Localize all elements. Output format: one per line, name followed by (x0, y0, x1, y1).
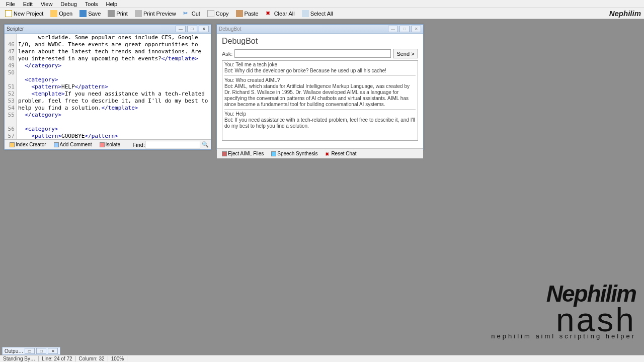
reset-icon: ✖ (325, 151, 330, 156)
search-icon[interactable]: 🔍 (202, 141, 209, 148)
menu-tools[interactable]: Tools (81, 1, 102, 7)
scripter-panel: Scripter — □ ✕ 4647484950 5152535455 565… (4, 24, 211, 150)
code-editor[interactable]: 4647484950 5152535455 5657 worldwide. So… (5, 34, 211, 139)
code-content[interactable]: worldwide. Some popular ones include CES… (17, 34, 211, 139)
copy-button[interactable]: Copy (204, 9, 232, 18)
output-panel-tab[interactable]: Outpu… ▭ □ ✕ (2, 347, 60, 355)
status-zoom: 100% (108, 356, 128, 361)
isolate-icon (100, 142, 105, 147)
debugbot-footer: Eject AIML Files Speech Synthesis ✖Reset… (217, 148, 423, 158)
workspace: Scripter — □ ✕ 4647484950 5152535455 565… (0, 20, 644, 355)
clear-icon: ✖ (266, 10, 273, 17)
close-icon[interactable]: ✕ (48, 348, 58, 354)
debugbot-tab-title: DebugBot (219, 26, 386, 32)
add-comment-button[interactable]: Add Comment (51, 141, 95, 148)
clear-all-button[interactable]: ✖Clear All (263, 9, 298, 18)
paste-button[interactable]: Paste (233, 9, 262, 18)
menu-help[interactable]: Help (102, 1, 121, 7)
minimize-button[interactable]: — (388, 26, 398, 32)
scripter-title: Scripter (7, 26, 174, 32)
close-button[interactable]: ✕ (411, 26, 421, 32)
index-icon (10, 142, 15, 147)
scripter-footer: Index Creator Add Comment Isolate Find: … (5, 139, 211, 149)
debugbot-heading: DebugBot (222, 37, 418, 46)
scripter-titlebar[interactable]: Scripter — □ ✕ (5, 25, 211, 34)
isolate-button[interactable]: Isolate (97, 141, 123, 148)
cut-icon: ✂ (183, 10, 190, 17)
line-gutter: 4647484950 5152535455 5657 (5, 34, 17, 139)
comment-icon (54, 142, 59, 147)
print-preview-icon (135, 10, 142, 17)
menu-debug[interactable]: Debug (56, 1, 80, 7)
status-standby: Standing By… (0, 356, 39, 361)
find-label: Find: (133, 142, 145, 148)
save-button[interactable]: Save (76, 9, 104, 18)
send-button[interactable]: Send > (393, 49, 418, 58)
maximize-button[interactable]: □ (399, 26, 410, 32)
eject-icon (222, 151, 227, 156)
eject-aiml-button[interactable]: Eject AIML Files (219, 150, 267, 157)
watermark-logo: Nephilim nash nephilim aiml scripting he… (491, 280, 636, 340)
select-all-icon (302, 10, 309, 17)
index-creator-button[interactable]: Index Creator (7, 141, 49, 148)
maximize-icon[interactable]: □ (36, 348, 46, 354)
ask-input[interactable] (234, 49, 391, 58)
status-line: Line: 24 of 72 (39, 356, 76, 361)
open-button[interactable]: Open (47, 9, 75, 18)
reset-chat-button[interactable]: ✖Reset Chat (322, 150, 359, 157)
cut-button[interactable]: ✂Cut (180, 9, 203, 18)
debugbot-panel: DebugBot — □ ✕ DebugBot Ask: Send > You:… (216, 24, 424, 150)
select-all-button[interactable]: Select All (299, 9, 336, 18)
minimize-button[interactable]: — (176, 26, 186, 32)
paste-icon (236, 10, 243, 17)
ask-label: Ask: (222, 51, 232, 57)
new-project-icon (5, 10, 12, 17)
copy-icon (207, 10, 214, 17)
folder-open-icon (50, 10, 57, 17)
print-icon (108, 10, 115, 17)
status-bar: Standing By… Line: 24 of 72 Column: 32 1… (0, 355, 644, 362)
maximize-button[interactable]: □ (187, 26, 197, 32)
restore-icon[interactable]: ▭ (25, 348, 35, 354)
chat-log[interactable]: You: Tell me a tech jokeBot: Why did the… (222, 60, 418, 141)
print-button[interactable]: Print (105, 9, 131, 18)
print-preview-button[interactable]: Print Preview (132, 9, 179, 18)
find-input[interactable] (145, 141, 200, 148)
menu-view[interactable]: View (37, 1, 57, 7)
menu-file[interactable]: File (2, 1, 19, 7)
debugbot-titlebar[interactable]: DebugBot — □ ✕ (217, 25, 423, 34)
output-label: Outpu… (5, 348, 23, 354)
status-column: Column: 32 (76, 356, 108, 361)
menu-edit[interactable]: Edit (19, 1, 37, 7)
speech-synthesis-button[interactable]: Speech Synthesis (268, 150, 320, 157)
save-icon (79, 10, 87, 17)
main-toolbar: New Project Open Save Print Print Previe… (0, 8, 644, 19)
menu-bar: File Edit View Debug Tools Help (0, 0, 644, 8)
speech-icon (271, 151, 276, 156)
brand-label: Nephilim (609, 9, 641, 18)
close-button[interactable]: ✕ (199, 26, 209, 32)
new-project-button[interactable]: New Project (2, 9, 46, 18)
